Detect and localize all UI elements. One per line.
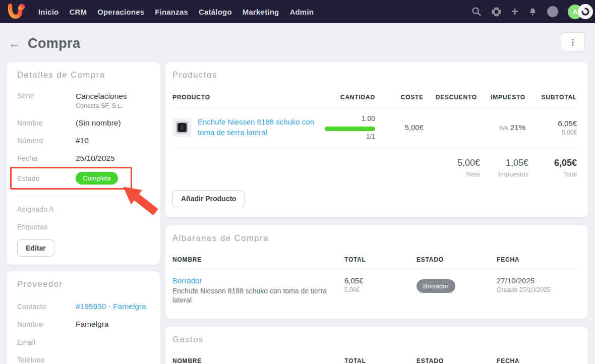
expenses-table-header: NOMBRE TOTAL ESTADO FECHA [172, 357, 577, 364]
nombre-label: Nombre [17, 119, 76, 127]
notifications-bell-icon[interactable] [528, 7, 538, 17]
subtotal-net: 5,00€ [562, 129, 577, 136]
expenses-card: Gastos NOMBRE TOTAL ESTADO FECHA [165, 327, 588, 364]
proveedor-nombre-label: Nombre [17, 320, 76, 328]
impuestos-label: Impuestos [498, 170, 528, 178]
estado-status-badge: Completa [76, 172, 118, 185]
col-subtotal: SUBTOTAL [525, 94, 577, 101]
field-proveedor-nombre: Nombre Famelgra [17, 320, 150, 329]
add-product-button[interactable]: Añadir Producto [172, 190, 245, 207]
cost-value: 5,00€ [375, 123, 424, 132]
editar-button[interactable]: Editar [17, 239, 54, 257]
search-icon[interactable] [471, 7, 482, 17]
delivery-note-link[interactable]: Borrador [172, 276, 344, 285]
page-title: Compra [28, 36, 80, 51]
delivery-note-created: Creado 27/10/2025 [497, 286, 577, 293]
delivery-note-status-badge: Borrador [416, 279, 455, 293]
neto-label: Neto [466, 170, 480, 178]
quantity-progress-bar [325, 127, 375, 131]
total-value: 6,05€ [554, 158, 577, 168]
email-label: Email [17, 338, 76, 346]
field-nombre: Nombre (Sin nombre) [17, 118, 150, 128]
telefono-label: Teléfono [17, 356, 76, 364]
supplier-card-title: Proveedor [17, 279, 150, 289]
col-producto: PRODUCTO [172, 94, 329, 101]
alb-col-fecha: FECHA [497, 256, 577, 263]
tax-prefix: IVA [499, 125, 508, 131]
nav-item-finanzas[interactable]: Finanzas [155, 8, 188, 16]
nav-item-crm[interactable]: CRM [69, 8, 87, 16]
delivery-notes-table-header: NOMBRE TOTAL ESTADO FECHA [172, 256, 577, 270]
details-card-title: Detalles de Compra [17, 70, 150, 80]
alb-col-nombre: NOMBRE [172, 256, 344, 263]
totals-row: 5,00€ Neto 1,05€ Impuestos 6,05€ Total [172, 158, 577, 178]
gas-col-estado: ESTADO [416, 357, 497, 364]
gas-col-total: TOTAL [344, 357, 416, 364]
quantity-ratio: 1/1 [366, 133, 375, 140]
field-asignado: Asignado A [17, 205, 150, 213]
serie-label: Serie [17, 92, 76, 100]
product-thumbnail [172, 118, 192, 137]
col-descuento: DESCUENTO [424, 94, 477, 101]
nav-item-operaciones[interactable]: Operaciones [97, 8, 144, 16]
delivery-note-desc: Enchufe Niessen 8188 schuko con toma de … [172, 286, 339, 305]
user-presence-dot-icon[interactable] [547, 6, 558, 17]
delivery-note-total: 6,05€ [344, 276, 416, 285]
products-card-title: Productos [172, 70, 577, 80]
purchase-details-card: Detalles de Compra Serie Cancelaciones C… [7, 62, 160, 265]
delivery-note-date: 27/10/2025 [497, 276, 577, 285]
supplier-card: Proveedor Contacto #195930 - Famelgra No… [7, 271, 160, 364]
delivery-note-total-net: 5,00€ [344, 286, 416, 293]
total-total: 6,05€ Total [528, 158, 577, 178]
quantity-cell: 1.00 1/1 [329, 114, 375, 140]
nombre-value: (Sin nombre) [76, 118, 121, 128]
contacto-link[interactable]: #195930 - Famelgra [76, 302, 146, 311]
asignado-label: Asignado A [17, 205, 54, 213]
gas-col-fecha: FECHA [497, 357, 577, 364]
brand-logo-icon [6, 3, 26, 21]
proveedor-nombre-value: Famelgra [76, 320, 108, 329]
nav-item-inicio[interactable]: Inicio [38, 8, 58, 16]
add-plus-icon[interactable]: + [511, 7, 518, 17]
field-contacto: Contacto #195930 - Famelgra [17, 302, 150, 311]
numero-value: #10 [76, 136, 89, 145]
field-estado: Estado Completa [17, 172, 150, 185]
etiquetas-label: Etiquetas [17, 223, 47, 231]
field-serie: Serie Cancelaciones Conecta SF, S.L. [17, 92, 150, 109]
fecha-value: 25/10/2025 [76, 154, 115, 163]
chat-widget-icon[interactable] [578, 4, 593, 19]
field-email: Email [17, 338, 150, 346]
page-actions-menu-button[interactable]: ⋮ [561, 32, 585, 51]
product-name-link[interactable]: Enchufe Niessen 8188 schuko con toma de … [198, 117, 319, 138]
nav-item-marketing[interactable]: Marketing [243, 8, 279, 16]
details-divider [17, 196, 150, 196]
tax-cell: IVA 21% [477, 123, 525, 132]
field-telefono: Teléfono [17, 356, 150, 364]
neto-value: 5,00€ [457, 158, 480, 168]
total-neto: 5,00€ Neto [432, 158, 480, 178]
products-table-header: PRODUCTO CANTIDAD COSTE DESCUENTO IMPUES… [172, 94, 577, 107]
gas-col-nombre: NOMBRE [172, 357, 344, 364]
back-arrow-icon[interactable]: ← [8, 37, 21, 50]
serie-value: Cancelaciones [76, 92, 127, 101]
subtotal-cell: 6,05€ 5,00€ [525, 119, 577, 136]
help-lifebuoy-icon[interactable] [491, 7, 502, 17]
alb-col-total: TOTAL [344, 256, 416, 263]
total-impuestos: 1,05€ Impuestos [480, 158, 528, 178]
field-etiquetas: Etiquetas [17, 223, 150, 231]
top-navbar: Inicio CRM Operaciones Finanzas Catálogo… [0, 0, 595, 23]
delivery-notes-card-title: Albaranes de Compra [172, 233, 577, 243]
contacto-label: Contacto [17, 302, 76, 311]
col-coste: COSTE [375, 94, 424, 101]
app-logo[interactable] [0, 0, 31, 23]
products-card: Productos PRODUCTO CANTIDAD COSTE DESCUE… [165, 62, 588, 217]
alb-col-estado: ESTADO [416, 256, 497, 263]
numero-label: Número [17, 137, 76, 145]
expenses-card-title: Gastos [172, 335, 577, 344]
nav-item-catalogo[interactable]: Catálogo [199, 8, 232, 16]
fecha-label: Fecha [17, 154, 76, 162]
field-numero: Número #10 [17, 136, 150, 145]
total-label: Total [563, 170, 577, 178]
impuestos-value: 1,05€ [506, 158, 528, 168]
nav-item-admin[interactable]: Admin [289, 8, 314, 16]
